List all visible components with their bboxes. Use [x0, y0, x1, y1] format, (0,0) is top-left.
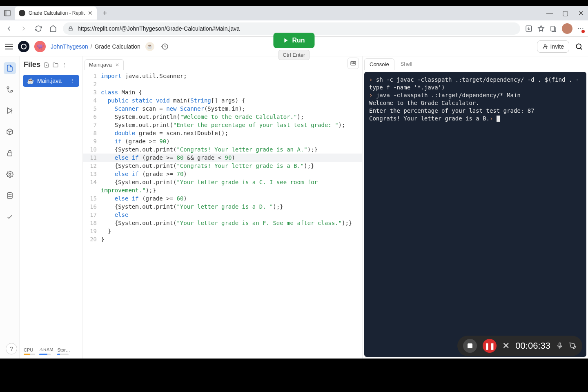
files-title: Files [24, 60, 40, 69]
history-icon[interactable] [159, 41, 171, 52]
screen-recorder: ❚❚ ✕ 00:06:33 [457, 336, 582, 356]
code-editor[interactable]: 1import java.util.Scanner; 2 3class Main… [83, 70, 362, 359]
file-pane: Files ⋮ ☕ Main.java ⋮ CPU [20, 56, 83, 359]
database-rail-icon[interactable] [4, 189, 16, 202]
breadcrumb: JohnThygeson / Grade Calculation [51, 43, 140, 50]
storage-meter: Stor… [57, 347, 70, 355]
tab-title: Grade Calculation - Replit [29, 10, 85, 16]
secrets-rail-icon[interactable] [4, 147, 16, 159]
svg-point-8 [11, 90, 13, 92]
run-shortcut-hint: Ctrl Enter [278, 50, 310, 60]
reload-button[interactable] [33, 24, 43, 33]
shell-tab[interactable]: Shell [395, 58, 418, 70]
close-tab-icon[interactable]: ✕ [88, 10, 93, 16]
file-item-main[interactable]: ☕ Main.java ⋮ [23, 75, 79, 87]
mic-icon[interactable] [556, 342, 564, 350]
check-rail-icon[interactable] [4, 211, 16, 223]
invite-button[interactable]: Invite [537, 40, 569, 53]
install-app-icon[interactable] [525, 25, 532, 32]
packages-rail-icon[interactable] [4, 126, 16, 138]
editor-pane: Main.java ✕ 1import java.util.Scanner; 2… [83, 56, 363, 359]
user-avatar-icon[interactable]: 👾 [34, 41, 46, 52]
annotate-icon[interactable] [569, 342, 577, 350]
svg-point-5 [544, 45, 546, 47]
file-more-icon[interactable]: ⋮ [62, 62, 67, 68]
stop-recording-button[interactable] [463, 339, 477, 353]
lock-icon [68, 26, 74, 31]
svg-rect-2 [69, 28, 72, 31]
markdown-preview-icon[interactable] [347, 58, 359, 69]
svg-point-11 [7, 193, 12, 195]
tab-overview-icon[interactable] [3, 9, 11, 17]
invite-label: Invite [550, 43, 564, 50]
console-pane: Console Shell › sh -c javac -classpath .… [363, 56, 588, 359]
browser-tab-bar: Grade Calculation - Replit ✕ + ― ▢ ✕ [0, 6, 588, 20]
replit-logo-icon[interactable] [18, 41, 29, 52]
window-controls: ― ▢ ✕ [546, 9, 585, 17]
favorite-icon[interactable] [537, 25, 545, 32]
close-window-icon[interactable]: ✕ [577, 9, 585, 17]
new-file-icon[interactable] [44, 62, 49, 68]
new-tab-button[interactable]: + [100, 9, 109, 18]
minimize-icon[interactable]: ― [546, 9, 554, 17]
breadcrumb-user[interactable]: JohnThygeson [51, 43, 88, 50]
cursor [497, 116, 500, 122]
run-label: Run [292, 37, 305, 44]
profile-avatar[interactable] [562, 23, 572, 34]
editor-tab-name: Main.java [89, 62, 112, 68]
files-rail-icon[interactable] [4, 62, 16, 74]
app-header: 👾 JohnThygeson / Grade Calculation ☕ Run… [0, 37, 588, 56]
sidebar-rail [0, 56, 20, 359]
svg-rect-9 [7, 153, 12, 156]
favicon-icon [19, 10, 25, 16]
console-output[interactable]: › sh -c javac -classpath .:target/depend… [364, 72, 586, 357]
svg-rect-13 [559, 343, 561, 347]
cpu-meter: CPU [24, 347, 35, 355]
settings-rail-icon[interactable] [4, 168, 16, 180]
url-text: https://replit.com/@JohnThygeson/Grade-C… [78, 25, 240, 32]
svg-point-10 [9, 174, 11, 176]
ram-meter: ⚠RAM [39, 347, 53, 355]
editor-tab[interactable]: Main.java ✕ [85, 59, 124, 70]
resource-bar: CPU ⚠RAM Stor… [20, 344, 82, 359]
back-button[interactable] [4, 24, 14, 33]
menu-icon[interactable] [5, 44, 13, 49]
run-button[interactable]: Run [273, 33, 314, 48]
collections-icon[interactable] [550, 25, 557, 32]
svg-point-7 [7, 87, 9, 89]
help-button[interactable]: ? [6, 343, 17, 354]
vcs-rail-icon[interactable] [4, 83, 16, 96]
svg-rect-1 [4, 10, 7, 16]
more-menu-icon[interactable]: ⋯ [577, 24, 584, 32]
maximize-icon[interactable]: ▢ [561, 9, 569, 17]
home-button[interactable] [48, 24, 58, 33]
pause-recording-button[interactable]: ❚❚ [483, 339, 497, 353]
browser-tab[interactable]: Grade Calculation - Replit ✕ [15, 7, 97, 20]
recording-time: 00:06:33 [515, 341, 550, 351]
new-folder-icon[interactable] [53, 62, 58, 68]
forward-button[interactable] [19, 24, 29, 33]
file-item-more-icon[interactable]: ⋮ [69, 78, 75, 84]
debugger-rail-icon[interactable] [4, 105, 16, 117]
console-tab[interactable]: Console [364, 58, 394, 70]
close-recorder-icon[interactable]: ✕ [502, 341, 510, 351]
svg-point-6 [576, 44, 581, 49]
java-file-icon: ☕ [27, 78, 34, 84]
breadcrumb-separator: / [91, 43, 92, 50]
breadcrumb-project[interactable]: Grade Calculation [95, 43, 140, 50]
close-editor-tab-icon[interactable]: ✕ [115, 62, 119, 68]
search-icon[interactable] [575, 42, 583, 51]
svg-rect-4 [551, 26, 555, 31]
language-badge-icon: ☕ [145, 42, 154, 51]
file-name: Main.java [37, 78, 62, 84]
